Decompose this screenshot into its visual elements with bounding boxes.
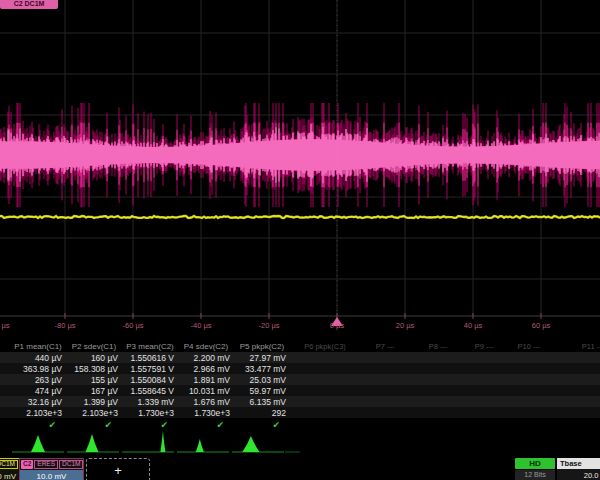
- timebase-scale-value: 20.0 µs/div: [557, 469, 600, 480]
- measure-column-header: P5 pkpk(C2): [234, 342, 290, 353]
- measure-value: 263 µV: [10, 375, 62, 386]
- measure-value: 292: [234, 408, 286, 419]
- measure-value: 1.676 mV: [178, 397, 230, 408]
- timebase-descriptor[interactable]: Tbase 20.0 µs/div: [557, 458, 600, 480]
- status-check-icon: ✔: [178, 419, 224, 431]
- measure-value: 1.550616 V: [122, 353, 174, 364]
- channel-descriptor-c2[interactable]: C2 ERES DC1M 10.0 mV: [19, 458, 84, 480]
- measure-value: 2.200 mV: [178, 353, 230, 364]
- c1-coupling-badge: DC1M: [0, 460, 18, 469]
- measure-column-header: P3 mean(C2): [122, 342, 178, 353]
- measure-value: 59.97 mV: [234, 386, 286, 397]
- histicon-peak: [242, 436, 259, 452]
- status-check-icon: ✔: [66, 419, 112, 431]
- time-axis-label: -60 µs: [111, 320, 155, 331]
- measure-value: 1.550084 V: [122, 375, 174, 386]
- measure-value: 27.97 mV: [234, 353, 286, 364]
- histicon-peak: [86, 434, 99, 452]
- measure-value: 25.03 mV: [234, 375, 286, 386]
- measure-value: 32.16 µV: [10, 397, 62, 408]
- measure-value: 440 µV: [10, 353, 62, 364]
- timebase-title: Tbase: [557, 458, 600, 469]
- status-check-icon: ✔: [234, 419, 280, 431]
- measure-column-header-inactive: P7 ---: [355, 342, 415, 353]
- measure-value: 155 µV: [66, 375, 118, 386]
- time-axis-label: 60 µs: [519, 320, 563, 331]
- histicon-peak: [31, 435, 45, 452]
- c2-name-badge: C2: [21, 460, 33, 469]
- measure-column-header-inactive: P10 ---: [499, 342, 559, 353]
- c1-scale-value: 10.0 mV: [0, 470, 19, 480]
- measure-value: 2.103e+3: [66, 408, 118, 419]
- add-trace-button[interactable]: +: [86, 458, 150, 480]
- measure-value: 10.031 mV: [178, 386, 230, 397]
- plus-icon: +: [114, 463, 122, 478]
- measure-value: 1.891 mV: [178, 375, 230, 386]
- measure-value: 1.558645 V: [122, 386, 174, 397]
- measure-value: 1.557591 V: [122, 364, 174, 375]
- measure-value: 474 µV: [10, 386, 62, 397]
- hd-bits-label: 12 Bits: [515, 470, 555, 480]
- hd-mode-badge[interactable]: HD: [515, 458, 555, 469]
- measure-column-header: P1 mean(C1): [10, 342, 66, 353]
- measure-table[interactable]: P1 mean(C1)440 µV363.98 µV263 µV474 µV32…: [0, 341, 600, 432]
- time-axis-label: 0 µs: [315, 320, 359, 331]
- measure-column-header-inactive: P11 ---: [563, 342, 600, 353]
- measure-value: 363.98 µV: [10, 364, 62, 375]
- measure-value: 33.477 mV: [234, 364, 286, 375]
- measure-value: 2.103e+3: [10, 408, 62, 419]
- c2-coupling-badge: DC1M: [59, 460, 83, 469]
- measure-value: 158.308 µV: [66, 364, 118, 375]
- descriptor-bar: DC1M 10.0 mV C2 ERES DC1M 10.0 mV + HD 1…: [0, 458, 600, 480]
- time-axis-labels: -100 µs-80 µs-60 µs-40 µs-20 µs0 µs20 µs…: [0, 320, 600, 332]
- measure-value: 2.966 mV: [178, 364, 230, 375]
- oscilloscope-screen: { "scope": { "top_left_label": "C2 DC1M"…: [0, 0, 600, 480]
- channel-descriptor-c1[interactable]: DC1M 10.0 mV: [0, 458, 20, 480]
- c2-filter-badge: ERES: [34, 460, 58, 469]
- time-axis-label: -100 µs: [0, 320, 19, 331]
- measure-value: 160 µV: [66, 353, 118, 364]
- measure-value: 1.399 µV: [66, 397, 118, 408]
- trace-label-badge[interactable]: C2 DC1M: [0, 0, 58, 9]
- measure-value: 6.135 mV: [234, 397, 286, 408]
- measure-value: 1.339 mV: [122, 397, 174, 408]
- status-check-icon: ✔: [122, 419, 168, 431]
- measure-column-header: P4 sdev(C2): [178, 342, 234, 353]
- c2-scale-value: 10.0 mV: [20, 470, 83, 480]
- histicon-peak: [196, 439, 204, 452]
- time-axis-label: -40 µs: [179, 320, 223, 331]
- time-axis-label: -20 µs: [247, 320, 291, 331]
- time-axis-label: 40 µs: [451, 320, 495, 331]
- histicon-peak: [160, 431, 165, 452]
- time-axis-label: 20 µs: [383, 320, 427, 331]
- status-check-icon: ✔: [10, 419, 56, 431]
- time-axis-label: -80 µs: [43, 320, 87, 331]
- measure-value: 167 µV: [66, 386, 118, 397]
- measure-column-header-inactive: P6 pkpk(C3): [295, 342, 355, 353]
- measure-value: 1.730e+3: [122, 408, 174, 419]
- measure-column-header: P2 sdev(C1): [66, 342, 122, 353]
- measure-value: 1.730e+3: [178, 408, 230, 419]
